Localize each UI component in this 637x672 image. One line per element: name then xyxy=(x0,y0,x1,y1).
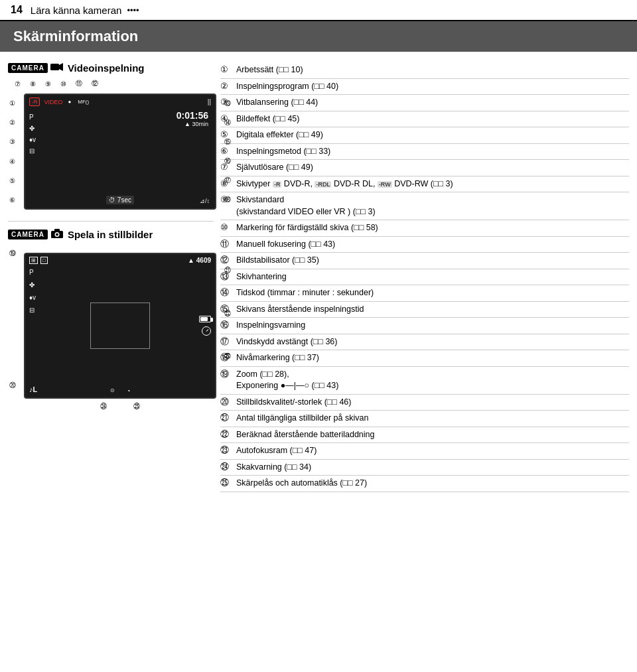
page-header: 14 Lära känna kameran •••• xyxy=(0,0,637,21)
item-text-20: Stillbildskvalitet/-storlek (□□ 46) xyxy=(236,397,629,409)
il-indicator: ♪L xyxy=(29,385,37,393)
page-wrapper: 14 Lära känna kameran •••• Skärminformat… xyxy=(0,0,637,499)
still-bottom-dots: ⊙ • xyxy=(110,387,130,393)
item-text-10: Markering för färdigställd skiva (□□ 58) xyxy=(236,222,629,234)
still-mode-label: Spela in stillbilder xyxy=(68,229,153,240)
list-item: ④ Bildeffekt (□□ 45) xyxy=(220,111,629,128)
list-item: ㉕ Skärpelås och automatiklås (□□ 27) xyxy=(220,476,629,492)
list-item: ⑰ Vindskydd avstängt (□□ 36) xyxy=(220,334,629,351)
item-text-11: Manuell fokusering (□□ 43) xyxy=(236,239,629,251)
num-21: ㉑ xyxy=(224,267,231,274)
item-text-4: Bildeffekt (□□ 45) xyxy=(236,113,629,125)
num-23: ㉓ xyxy=(224,352,231,360)
num-17: ⑰ xyxy=(224,176,231,185)
left-nums-video: ① ② ③ ④ ⑤ ⑥ xyxy=(9,94,15,210)
right-column: ① Arbetssätt (□□ 10) ② Inspelningsprogra… xyxy=(220,62,629,492)
right-nums-still: ㉑ ㉒ ㉓ xyxy=(224,249,231,377)
list-item: ⑫ Bildstabilisator (□□ 35) xyxy=(220,253,629,269)
list-item: ⑬ Skivhantering xyxy=(220,269,629,286)
sd-icon: □ xyxy=(40,257,48,264)
list-item: ⑧ Skivtyper -R DVD-R, -RDL DVD-R DL, -RW… xyxy=(220,176,629,193)
num-4: ④ xyxy=(9,158,15,165)
top-numbers-row: ⑦ ⑧ ⑨ ⑩ ⑪ ⑫ xyxy=(15,79,214,88)
screen-left-icons: P ✤ ♦v ⊟ xyxy=(29,113,36,155)
hb-icon: ⊞ xyxy=(29,257,38,264)
list-item: ㉔ Skakvarning (□□ 34) xyxy=(220,460,629,476)
page-number: 14 xyxy=(11,4,23,16)
item-text-3: Vitbalansering (□□ 44) xyxy=(236,97,629,109)
list-item: ⑳ Stillbildskvalitet/-storlek (□□ 46) xyxy=(220,395,629,411)
svg-marker-1 xyxy=(59,63,63,71)
still-screen-top: ⊞ □ ▲ 4609 xyxy=(25,254,215,267)
list-item: ① Arbetssätt (□□ 10) xyxy=(220,62,629,79)
num-7: ⑦ xyxy=(15,80,21,88)
rec-indicator: -R xyxy=(29,98,40,106)
svg-rect-3 xyxy=(54,229,60,232)
num-13: ⑬ xyxy=(224,99,231,108)
list-item: ㉑ Antal tillgängliga stillbilder på skiv… xyxy=(220,411,629,427)
item-text-12: Bildstabilisator (□□ 35) xyxy=(236,255,629,267)
still-screen-mockup: ⊞ □ ▲ 4609 P ✤ ♦v ⊟ xyxy=(24,253,216,399)
num-11: ⑪ xyxy=(76,79,82,88)
list-item: ⑯ Inspelningsvarning xyxy=(220,318,629,334)
num-9: ⑨ xyxy=(45,80,51,88)
num-19: ⑲ xyxy=(9,249,16,258)
list-item: ⑮ Skivans återstående inspelningstid xyxy=(220,302,629,318)
page-title: Lära känna kameran xyxy=(31,5,122,16)
item-num-21: ㉑ xyxy=(220,413,234,425)
num-3: ③ xyxy=(9,138,15,145)
timer-display: ⏱ 7sec xyxy=(106,196,134,204)
item-num-24: ㉔ xyxy=(220,462,234,474)
list-item: ⑩ Markering för färdigställd skiva (□□ 5… xyxy=(220,220,629,237)
item-num-10: ⑩ xyxy=(220,222,234,234)
list-item: ⑲ Zoom (□□ 28),Exponering ●—|—○ (□□ 43) xyxy=(220,367,629,395)
list-item: ⑨ Skivstandard(skivstandard VIDEO eller … xyxy=(220,192,629,220)
bottom-dot-1: ⊙ xyxy=(110,387,115,393)
item-text-16: Inspelningsvarning xyxy=(236,320,629,332)
list-item: ⑥ Inspelningsmetod (□□ 33) xyxy=(220,144,629,161)
num-25: ㉕ xyxy=(133,403,140,410)
battery-fill xyxy=(200,317,208,321)
item-num-23: ㉓ xyxy=(220,445,234,457)
item-text-1: Arbetssätt (□□ 10) xyxy=(236,64,629,76)
item-num-25: ㉕ xyxy=(220,478,234,490)
still-scene-icon: ⊟ xyxy=(29,306,36,314)
item-text-5: Digitala effekter (□□ 49) xyxy=(236,129,629,141)
svg-rect-0 xyxy=(50,64,59,70)
main-content: CAMERA Videoinspelning ⑦ ⑧ ⑨ ⑩ ⑪ ⑫ xyxy=(0,52,637,499)
num-1: ① xyxy=(9,100,15,107)
list-item: ② Inspelningsprogram (□□ 40) xyxy=(220,79,629,96)
scene-icon: ⊟ xyxy=(29,147,36,155)
list-item: ⑦ Självutlösare (□□ 49) xyxy=(220,160,629,176)
item-text-23: Autofokusram (□□ 47) xyxy=(236,445,629,457)
left-column: CAMERA Videoinspelning ⑦ ⑧ ⑨ ⑩ ⑪ ⑫ xyxy=(8,62,214,492)
left-nums-still: ⑲ ⑳ xyxy=(9,249,16,390)
video-label: VIDEO xyxy=(44,99,62,105)
num-6: ⑥ xyxy=(9,196,15,204)
svg-point-5 xyxy=(56,234,58,236)
item-text-24: Skakvarning (□□ 34) xyxy=(236,462,629,474)
item-text-19: Zoom (□□ 28),Exponering ●—|—○ (□□ 43) xyxy=(236,369,629,392)
video-mode-header: CAMERA Videoinspelning xyxy=(8,62,214,74)
list-item: ③ Vitbalansering (□□ 44) xyxy=(220,95,629,111)
item-text-14: Tidskod (timmar : minuter : sekunder) xyxy=(236,287,629,299)
num-5: ⑤ xyxy=(9,177,15,184)
num-14: ⑭ xyxy=(224,118,231,127)
still-effect-v: ♦v xyxy=(29,294,36,301)
wind-level-icon: ⊿/↕ xyxy=(200,198,210,204)
num-2: ② xyxy=(9,119,15,126)
item-text-8: Skivtyper -R DVD-R, -RDL DVD-R DL, -RW D… xyxy=(236,178,629,190)
remaining-time: ▲ 30min xyxy=(25,121,215,127)
screen-top-bar: -R VIDEO ● MF() || xyxy=(25,95,215,107)
item-text-15: Skivans återstående inspelningstid xyxy=(236,304,629,316)
item-text-2: Inspelningsprogram (□□ 40) xyxy=(236,81,629,93)
screen1-inner: -R VIDEO ● MF() || 0:01:56 ▲ 30min P ✤ xyxy=(25,95,215,208)
focus-box xyxy=(90,302,150,349)
still-right-items xyxy=(199,316,211,336)
num-8: ⑧ xyxy=(30,80,36,88)
battery-icon xyxy=(199,316,211,322)
item-num-22: ㉒ xyxy=(220,429,234,441)
video-mode-label: Videoinspelning xyxy=(68,62,145,74)
num-12: ⑫ xyxy=(92,79,98,88)
item-text-9: Skivstandard(skivstandard VIDEO eller VR… xyxy=(236,194,629,218)
